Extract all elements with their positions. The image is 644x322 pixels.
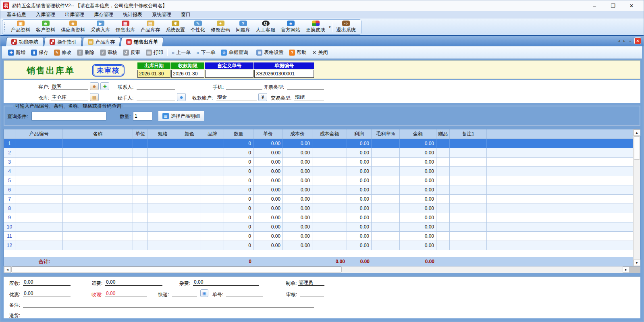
discount-field[interactable]: 0.00 <box>23 291 71 297</box>
cell-costamt[interactable] <box>312 148 347 157</box>
cell-unit[interactable] <box>133 148 148 157</box>
cell-filler[interactable] <box>487 185 633 194</box>
cell-note1[interactable] <box>450 213 487 222</box>
cell-cost[interactable]: 0.00 <box>283 241 312 250</box>
cell-no[interactable]: 1 <box>4 139 15 148</box>
doc-header-value[interactable] <box>205 70 253 78</box>
tab-产品库存[interactable]: ▤产品库存 <box>82 37 120 46</box>
cell-costamt[interactable] <box>312 204 347 213</box>
edit-button[interactable]: ✎修改 <box>51 48 74 57</box>
pick-customer-icon[interactable]: ☻ <box>90 82 99 90</box>
cell-cost[interactable]: 0.00 <box>283 148 312 157</box>
cell-no[interactable]: 10 <box>4 222 15 231</box>
cell-gift[interactable] <box>436 148 450 157</box>
cell-color[interactable] <box>178 139 201 148</box>
supplier-button[interactable]: ☻供应商资料 <box>58 20 88 34</box>
cell-costamt[interactable] <box>312 232 347 241</box>
sales-basket-button[interactable]: ▦销售出库 <box>113 20 138 34</box>
cell-gift[interactable] <box>436 204 450 213</box>
cell-spec[interactable] <box>148 176 178 185</box>
cell-cost[interactable]: 0.00 <box>283 176 312 185</box>
cell-spec[interactable] <box>148 195 178 204</box>
print-button[interactable]: ▤打印 <box>143 48 166 57</box>
cell-brand[interactable] <box>201 232 224 241</box>
cell-qty[interactable]: 0 <box>224 167 253 176</box>
cell-gift[interactable] <box>436 139 450 148</box>
cell-unit[interactable] <box>133 176 148 185</box>
cell-color[interactable] <box>178 148 201 157</box>
cell-note1[interactable] <box>450 148 487 157</box>
cell-qty[interactable]: 0 <box>224 241 253 250</box>
table-row[interactable]: 800.000.000.000.00 <box>4 204 633 213</box>
cell-margin[interactable] <box>372 213 400 222</box>
menu-item-0[interactable]: 基本信息 <box>3 10 30 19</box>
cell-price[interactable]: 0.00 <box>253 204 283 213</box>
cell-profit[interactable]: 0.00 <box>347 195 372 204</box>
cell-code[interactable] <box>15 195 63 204</box>
cell-costamt[interactable] <box>312 222 347 231</box>
cell-cost[interactable]: 0.00 <box>283 222 312 231</box>
column-header-costamt[interactable]: 成本金额 <box>312 129 347 139</box>
cell-profit[interactable]: 0.00 <box>347 148 372 157</box>
column-header-qty[interactable]: 数量 <box>224 129 253 139</box>
cell-margin[interactable] <box>372 148 400 157</box>
horizontal-scroll-track[interactable] <box>11 266 623 273</box>
column-header-spec[interactable]: 规格 <box>148 129 178 139</box>
cell-name[interactable] <box>63 139 133 148</box>
cell-name[interactable] <box>63 176 133 185</box>
cell-profit[interactable]: 0.00 <box>347 204 372 213</box>
cell-qty[interactable]: 0 <box>224 176 253 185</box>
cell-cost[interactable]: 0.00 <box>283 167 312 176</box>
cell-spec[interactable] <box>148 139 178 148</box>
cell-gift[interactable] <box>436 167 450 176</box>
cell-margin[interactable] <box>372 185 400 194</box>
cell-costamt[interactable] <box>312 176 347 185</box>
personalize-pencil-button[interactable]: ✎个性化 <box>188 20 208 34</box>
cell-no[interactable]: 11 <box>4 232 15 241</box>
cell-unit[interactable] <box>133 167 148 176</box>
column-header-price[interactable]: 单价 <box>253 129 283 139</box>
tab-scroll-left-icon[interactable]: ◂ <box>618 38 620 44</box>
skin-grid-button[interactable]: 更换皮肤 <box>303 20 328 34</box>
skin-dropdown-icon[interactable]: ▾ <box>329 25 331 29</box>
cell-margin[interactable] <box>372 232 400 241</box>
cell-filler[interactable] <box>487 139 633 148</box>
cell-brand[interactable] <box>201 185 224 194</box>
scroll-down-icon[interactable]: ▼ <box>634 260 640 266</box>
cell-amount[interactable]: 0.00 <box>400 204 436 213</box>
table-row[interactable]: 1200.000.000.000.00 <box>4 241 633 250</box>
cell-color[interactable] <box>178 241 201 250</box>
cell-unit[interactable] <box>133 213 148 222</box>
delete-button[interactable]: ▯删除 <box>74 48 97 57</box>
cash-received-field[interactable]: 0.00 <box>105 291 147 297</box>
help-button[interactable]: ?帮助 <box>286 48 309 57</box>
cell-name[interactable] <box>63 241 133 250</box>
cell-no[interactable]: 6 <box>4 185 15 194</box>
cell-brand[interactable] <box>201 139 224 148</box>
cell-spec[interactable] <box>148 158 178 166</box>
tracking-number-field[interactable] <box>226 291 263 297</box>
cell-brand[interactable] <box>201 213 224 222</box>
cell-costamt[interactable] <box>312 185 347 194</box>
select-product-button[interactable]: ▦ 选择产品明细 <box>158 111 204 121</box>
cell-brand[interactable] <box>201 195 224 204</box>
save-button[interactable]: ▮保存 <box>28 48 51 57</box>
cell-name[interactable] <box>63 158 133 166</box>
doc-header-value[interactable]: 2026-01-30 <box>171 70 204 78</box>
cell-note1[interactable] <box>450 222 487 231</box>
cell-name[interactable] <box>63 167 133 176</box>
menu-item-2[interactable]: 出库管理 <box>61 10 88 19</box>
cell-gift[interactable] <box>436 195 450 204</box>
cell-gift[interactable] <box>436 158 450 166</box>
cell-qty[interactable]: 0 <box>224 195 253 204</box>
cell-color[interactable] <box>178 232 201 241</box>
table-row[interactable]: 900.000.000.000.00 <box>4 213 633 222</box>
cell-qty[interactable]: 0 <box>224 213 253 222</box>
column-header-amount[interactable]: 金额 <box>400 129 436 139</box>
table-row[interactable]: 100.000.000.000.00 <box>4 139 633 148</box>
cell-qty[interactable]: 0 <box>224 139 253 148</box>
customer-button[interactable]: ☻客户资料 <box>33 20 58 34</box>
website-ie-button[interactable]: e官方网站 <box>278 20 303 34</box>
cell-margin[interactable] <box>372 139 400 148</box>
cell-spec[interactable] <box>148 185 178 194</box>
